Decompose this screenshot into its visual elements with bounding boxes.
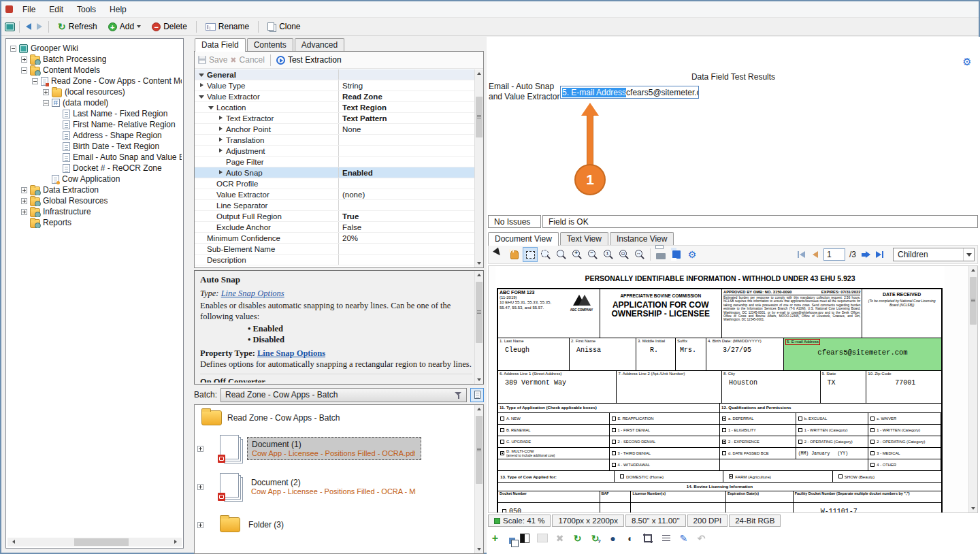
collapse-icon[interactable] — [10, 46, 16, 52]
scrollbar-thumb[interactable] — [74, 538, 129, 546]
collapse-icon[interactable] — [199, 71, 205, 78]
property-row-auto-snap[interactable]: Auto SnapEnabled — [195, 167, 474, 178]
wiki-book-icon[interactable] — [5, 22, 15, 31]
scroll-down-icon[interactable] — [969, 504, 977, 512]
scroll-down-icon[interactable] — [475, 544, 483, 553]
property-row-exclude-anchor[interactable]: Exclude AnchorFalse — [195, 222, 474, 233]
collapse-icon[interactable] — [199, 93, 205, 99]
tree-item-local-resources[interactable]: (local resources) — [7, 86, 182, 97]
scrollbar-thumb[interactable] — [476, 97, 483, 137]
expand-icon[interactable] — [43, 89, 49, 95]
tree-item-batch-processing[interactable]: Batch Processing — [7, 54, 182, 65]
last-page-icon[interactable] — [874, 249, 885, 260]
property-row-value-type[interactable]: Value TypeString — [195, 80, 474, 91]
region-select-tool-icon[interactable] — [523, 247, 538, 262]
audit-log-icon[interactable] — [659, 531, 673, 545]
scrollbar-thumb[interactable] — [476, 282, 483, 343]
scroll-down-icon[interactable] — [475, 259, 483, 267]
picture-icon[interactable] — [535, 531, 549, 545]
undo-icon[interactable] — [694, 531, 708, 545]
property-row-minimum-confidence[interactable]: Minimum Confidence20% — [195, 233, 474, 244]
issues-status[interactable]: No Issues — [488, 215, 541, 228]
menu-help[interactable]: Help — [103, 2, 133, 17]
property-row-translation[interactable]: Translation — [195, 135, 474, 146]
property-row-output-full-region[interactable]: Output Full RegionTrue — [195, 211, 474, 222]
save-button[interactable]: Save — [198, 55, 227, 65]
pan-tool-icon[interactable] — [507, 247, 522, 262]
property-row-description[interactable]: Description — [195, 255, 474, 265]
back-icon[interactable] — [24, 22, 33, 31]
collapse-icon[interactable] — [43, 100, 49, 106]
property-type-link[interactable]: Line Snap Options — [257, 348, 325, 358]
batch-item-selected[interactable]: Document (1) Cow App - Licensee - Positi… — [247, 437, 421, 460]
tree-item-first-name[interactable]: First Name- Relative Region — [7, 119, 182, 130]
expand-icon[interactable] — [218, 115, 224, 121]
zoom-actual-size-icon[interactable] — [601, 247, 616, 262]
zoom-select-tool-icon[interactable] — [538, 247, 553, 262]
help-scrollbar[interactable] — [474, 271, 483, 384]
page-number-input[interactable]: 1 — [823, 248, 845, 261]
annotate-icon[interactable] — [676, 531, 691, 545]
line-snap-options-link[interactable]: Line Snap Options — [221, 289, 284, 298]
tree-item-cow-application[interactable]: Cow Application — [7, 174, 182, 184]
rename-button[interactable]: Rename — [201, 20, 254, 33]
property-row-page-filter[interactable]: Page Filter — [195, 157, 474, 167]
property-row-adjustment[interactable]: Adjustment — [195, 146, 474, 157]
property-category-general[interactable]: General — [195, 69, 474, 80]
collapse-icon[interactable] — [32, 78, 38, 84]
delete-page-icon[interactable] — [553, 531, 567, 545]
reprocess-icon[interactable] — [588, 531, 602, 545]
batch-item-meta[interactable]: Folder (3) — [244, 518, 289, 532]
tab-document-view[interactable]: Document View — [488, 232, 559, 246]
zoom-out-icon[interactable] — [585, 247, 600, 262]
scroll-down-icon[interactable] — [475, 375, 483, 384]
tab-instance-view[interactable]: Instance View — [610, 232, 674, 245]
tree-item-content-models[interactable]: Content Models — [7, 65, 182, 76]
expand-icon[interactable] — [21, 209, 27, 215]
batch-item-meta[interactable]: Document (2) Cow App - Licensee - Positi… — [247, 476, 421, 498]
forward-icon[interactable] — [35, 22, 44, 31]
scroll-up-icon[interactable] — [969, 266, 977, 275]
children-selector[interactable]: Children — [893, 248, 975, 261]
zoom-fit-width-icon[interactable] — [632, 247, 647, 262]
tab-data-field[interactable]: Data Field — [195, 38, 246, 52]
scroll-up-icon[interactable] — [475, 69, 483, 78]
tab-text-view[interactable]: Text View — [560, 232, 608, 245]
tree-item-birth-date[interactable]: Birth Date - Text Region — [7, 141, 182, 152]
previous-page-icon[interactable] — [810, 249, 821, 260]
cancel-button[interactable]: Cancel — [230, 55, 265, 65]
expand-icon[interactable] — [21, 56, 27, 63]
add-page-icon[interactable] — [488, 531, 502, 545]
viewer-settings-icon[interactable] — [685, 247, 700, 262]
delete-button[interactable]: Delete — [147, 20, 192, 33]
scrollbar-thumb[interactable] — [970, 277, 977, 325]
batch-item-document-2[interactable]: Document (2) Cow App - Licensee - Positi… — [195, 468, 483, 506]
collapse-icon[interactable] — [21, 67, 27, 74]
menu-edit[interactable]: Edit — [42, 2, 70, 17]
expand-icon[interactable] — [218, 148, 224, 154]
layers-icon[interactable] — [506, 534, 514, 542]
tree-horizontal-scrollbar[interactable] — [7, 538, 182, 547]
tab-advanced[interactable]: Advanced — [295, 38, 344, 51]
threshold-icon[interactable] — [517, 531, 532, 545]
add-button[interactable]: Add — [103, 20, 146, 33]
tree-item-global-resources[interactable]: Global Resources — [7, 195, 182, 206]
print-icon[interactable] — [653, 247, 668, 262]
property-row-ocr-profile[interactable]: OCR Profile — [195, 178, 474, 189]
scroll-up-icon[interactable] — [475, 271, 483, 280]
first-page-icon[interactable] — [796, 249, 807, 260]
refresh-button[interactable]: Refresh — [53, 20, 102, 34]
property-grid-scrollbar[interactable] — [474, 69, 483, 267]
document-viewer[interactable]: PERSONALLY IDENTIFIABLE INFORMATION - WI… — [488, 265, 978, 513]
contrast-icon[interactable] — [623, 531, 638, 545]
expand-icon[interactable] — [218, 169, 224, 176]
clone-button[interactable]: Clone — [263, 20, 305, 33]
next-page-icon[interactable] — [860, 249, 871, 260]
expand-icon[interactable] — [21, 198, 27, 204]
batch-selector[interactable]: Read Zone - Cow Apps - Batch — [220, 388, 467, 402]
expand-icon[interactable] — [21, 187, 27, 193]
extracted-value-field[interactable]: 5. E-mail Addresscfears5@sitemeter.com — [560, 86, 699, 99]
property-row-anchor-point[interactable]: Anchor PointNone — [195, 124, 474, 135]
recycle-icon[interactable] — [570, 531, 585, 545]
filter-icon[interactable] — [455, 391, 462, 399]
